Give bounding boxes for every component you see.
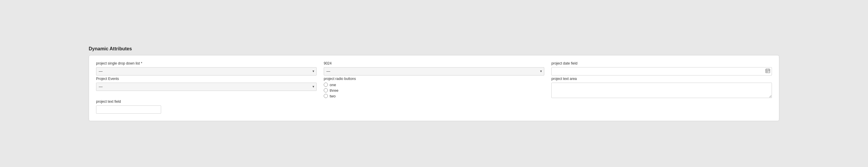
radio-buttons-label: project radio buttons: [324, 77, 544, 81]
dropdown2-group: 9024 — ▼: [324, 61, 544, 76]
dynamic-attributes-card: project single drop down list * — ▼ 9024…: [89, 55, 779, 121]
project-events-wrapper: — ▼: [96, 83, 317, 91]
date-field-label: project date field: [551, 61, 772, 65]
radio-input-two[interactable]: [324, 94, 328, 98]
fields-row-3: project text field: [96, 100, 772, 114]
radio-options: one three two: [324, 83, 544, 98]
date-input-wrapper: [551, 67, 772, 76]
radio-label-one: one: [330, 83, 336, 87]
dropdown1-select[interactable]: —: [96, 67, 317, 76]
radio-option-one[interactable]: one: [324, 83, 544, 87]
text-field-label: project text field: [96, 100, 772, 104]
text-area-group: project text area: [551, 77, 772, 98]
dropdown2-select[interactable]: —: [324, 67, 544, 76]
fields-row-1: project single drop down list * — ▼ 9024…: [96, 61, 772, 76]
text-area-input[interactable]: [551, 83, 772, 98]
text-area-label: project text area: [551, 77, 772, 81]
radio-label-three: three: [330, 88, 339, 93]
dropdown2-wrapper: — ▼: [324, 67, 544, 76]
radio-option-two[interactable]: two: [324, 94, 544, 98]
text-field-input[interactable]: [96, 105, 161, 114]
radio-buttons-group: project radio buttons one three two: [324, 77, 544, 98]
text-field-group: project text field: [96, 100, 772, 114]
date-field-group: project date field: [551, 61, 772, 76]
radio-input-three[interactable]: [324, 88, 328, 92]
date-input[interactable]: [551, 67, 772, 76]
dropdown1-group: project single drop down list * — ▼: [96, 61, 317, 76]
radio-label-two: two: [330, 94, 336, 98]
page-wrapper: Dynamic Attributes project single drop d…: [0, 40, 868, 127]
section-title: Dynamic Attributes: [89, 46, 779, 52]
fields-row-2: Project Events — ▼ project radio buttons…: [96, 77, 772, 98]
radio-option-three[interactable]: three: [324, 88, 544, 93]
project-events-label: Project Events: [96, 77, 317, 81]
dropdown2-label: 9024: [324, 61, 544, 65]
project-events-group: Project Events — ▼: [96, 77, 317, 98]
dropdown1-label: project single drop down list *: [96, 61, 317, 65]
project-events-select[interactable]: —: [96, 83, 317, 91]
dropdown1-wrapper: — ▼: [96, 67, 317, 76]
radio-input-one[interactable]: [324, 83, 328, 87]
